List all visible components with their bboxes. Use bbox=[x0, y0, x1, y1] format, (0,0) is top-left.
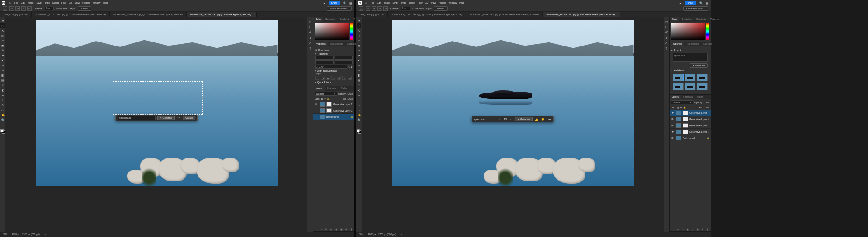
menu-type[interactable]: Type bbox=[45, 1, 50, 4]
blend-mode-dropdown[interactable]: Normal▾ bbox=[315, 92, 337, 96]
align-more-icon[interactable]: ⋯ bbox=[348, 76, 352, 80]
layer-row[interactable]: 👁Generative Layer 2 bbox=[313, 101, 354, 107]
swatches-tab[interactable]: Swatches bbox=[679, 17, 694, 22]
menu-filter[interactable]: Filter bbox=[61, 1, 66, 4]
menu-image[interactable]: Image bbox=[384, 1, 390, 4]
document-tab[interactable]: IMG_1264.jpg @ 33.3% bbox=[356, 12, 388, 17]
align-right-icon[interactable]: ⫏ bbox=[326, 76, 330, 80]
search-icon[interactable]: 🔍 bbox=[343, 1, 346, 5]
history-brush-tool-icon[interactable]: ↺ bbox=[357, 68, 361, 72]
new-selection-icon[interactable]: □ bbox=[9, 6, 14, 11]
layers-tab[interactable]: Layers bbox=[670, 95, 681, 99]
path-tool-icon[interactable]: ↖ bbox=[357, 102, 361, 107]
fill-value[interactable]: 100% bbox=[347, 98, 353, 100]
add-selection-icon[interactable]: ⊞ bbox=[15, 6, 20, 11]
color-picker[interactable] bbox=[315, 23, 353, 40]
visibility-icon[interactable]: 👁 bbox=[315, 109, 318, 112]
lock-all-icon[interactable]: 🔒 bbox=[683, 106, 686, 109]
align-hcenter-icon[interactable]: ⫎ bbox=[321, 76, 325, 80]
paths-tab[interactable]: Paths bbox=[695, 95, 705, 99]
quick-actions-section[interactable]: Quick Actions bbox=[315, 81, 353, 84]
properties-tab[interactable]: Properties bbox=[313, 42, 328, 46]
layer-mask-icon[interactable]: ◐ bbox=[686, 228, 689, 231]
gradient-tool-icon[interactable]: ▤ bbox=[357, 78, 361, 82]
feather-input[interactable]: 0 px bbox=[45, 7, 54, 10]
select-and-mask-button[interactable]: Select and Mask... bbox=[327, 6, 352, 11]
document-tab[interactable]: shutterstock_1722073425.jpg @ 33.3% (Gen… bbox=[32, 12, 109, 17]
shape-tool-icon[interactable]: ▭ bbox=[0, 107, 5, 112]
generative-prompt-input[interactable] bbox=[118, 116, 155, 120]
tool-preset-icon[interactable]: ⬚ bbox=[359, 6, 363, 11]
history-panel-icon[interactable]: ◷ bbox=[664, 19, 669, 23]
link-layers-icon[interactable]: ⚯ bbox=[676, 228, 679, 231]
variation-thumb[interactable] bbox=[697, 83, 708, 90]
select-and-mask-button[interactable]: Select and Mask... bbox=[683, 6, 708, 11]
character-panel-icon[interactable]: A bbox=[308, 41, 312, 45]
paragraph-panel-icon[interactable]: ¶ bbox=[664, 46, 669, 51]
brushes-panel-icon[interactable]: 🖌 bbox=[308, 30, 312, 34]
menu-image[interactable]: Image bbox=[28, 1, 34, 4]
canvas-area[interactable]: speed boat ‹ 1/3 › ✦Generate 👍 👎 ••• bbox=[362, 17, 664, 232]
zoom-level[interactable]: 50% bbox=[3, 233, 7, 236]
actions-panel-icon[interactable]: ▷ bbox=[308, 24, 312, 29]
fill-value[interactable]: 100% bbox=[703, 106, 709, 109]
align-bottom-icon[interactable]: ⫒ bbox=[342, 76, 346, 80]
new-layer-icon[interactable]: ⊞ bbox=[701, 228, 704, 231]
object-select-tool-icon[interactable]: ◫ bbox=[0, 33, 5, 37]
shape-tool-icon[interactable]: ▭ bbox=[357, 107, 361, 112]
actions-panel-icon[interactable]: ▷ bbox=[664, 24, 669, 29]
hand-tool-icon[interactable]: ✋ bbox=[357, 112, 361, 117]
object-select-tool-icon[interactable]: ◫ bbox=[357, 33, 361, 37]
character-panel-icon[interactable]: A bbox=[664, 41, 669, 45]
intersect-selection-icon[interactable]: ⊡ bbox=[383, 6, 388, 11]
channels-tab[interactable]: Channels bbox=[681, 95, 695, 99]
layer-row[interactable]: 👁Generative Layer 4 bbox=[670, 110, 711, 116]
paths-tab[interactable]: Paths bbox=[339, 86, 349, 91]
thumbs-up-icon[interactable]: 👍 bbox=[534, 117, 539, 121]
prompt-section[interactable]: Prompt bbox=[671, 49, 709, 51]
type-tool-icon[interactable]: T bbox=[0, 98, 5, 102]
hand-tool-icon[interactable]: ✋ bbox=[0, 112, 5, 117]
document-tab[interactable]: shutterstock_619271462.jpg @ 12.5% (Gene… bbox=[110, 12, 187, 17]
visibility-icon[interactable]: 👁 bbox=[315, 116, 318, 118]
generate-button[interactable]: ✦Generate bbox=[157, 116, 175, 120]
brush-tool-icon[interactable]: 🖌 bbox=[357, 58, 361, 62]
workspace-icon[interactable]: ▦ bbox=[349, 1, 353, 5]
menu-layer[interactable]: Layer bbox=[393, 1, 399, 4]
menu-help[interactable]: Help bbox=[459, 1, 464, 4]
new-selection-icon[interactable]: □ bbox=[366, 6, 370, 11]
variation-thumb[interactable] bbox=[685, 74, 696, 81]
crop-tool-icon[interactable]: ✂ bbox=[357, 38, 361, 42]
lasso-tool-icon[interactable]: ⟲ bbox=[0, 28, 5, 33]
feather-input[interactable]: 0 px bbox=[401, 7, 410, 10]
x-input[interactable] bbox=[335, 56, 353, 60]
color-tab[interactable]: Color bbox=[670, 17, 679, 22]
layers-tab[interactable]: Layers bbox=[313, 86, 325, 91]
dodge-tool-icon[interactable]: ◐ bbox=[0, 88, 5, 92]
flip-h-icon[interactable]: ⇋ bbox=[348, 65, 350, 68]
home-icon[interactable]: ⌂ bbox=[8, 1, 12, 5]
delete-layer-icon[interactable]: 🗑 bbox=[706, 228, 709, 231]
lock-pixels-icon[interactable]: ▦ bbox=[677, 106, 679, 109]
layer-fx-icon[interactable]: fx bbox=[325, 228, 328, 231]
subtract-selection-icon[interactable]: ⊟ bbox=[377, 6, 382, 11]
color-swatch[interactable] bbox=[357, 129, 361, 134]
antialias-checkbox[interactable]: ☐ Anti-alias bbox=[56, 7, 68, 10]
zoom-tool-icon[interactable]: 🔍 bbox=[0, 117, 5, 122]
thumbs-down-icon[interactable]: 👎 bbox=[541, 117, 545, 121]
color-swatch[interactable] bbox=[0, 129, 5, 134]
marquee-tool-icon[interactable]: ⬚ bbox=[0, 23, 5, 28]
generate-button[interactable]: ✦Generate bbox=[690, 63, 708, 68]
zoom-level[interactable]: 50% bbox=[359, 233, 363, 236]
blur-tool-icon[interactable]: ○ bbox=[357, 83, 361, 87]
layer-row[interactable]: 👁Generative Layer 1 bbox=[670, 129, 711, 135]
type-tool-icon[interactable]: T bbox=[357, 98, 361, 102]
lasso-tool-icon[interactable]: ⟲ bbox=[357, 28, 361, 33]
style-dropdown[interactable]: Normal bbox=[78, 6, 91, 11]
share-button[interactable]: Share bbox=[685, 1, 696, 5]
layer-row[interactable]: 👁Background🔒 bbox=[670, 135, 711, 141]
menu-select[interactable]: Select bbox=[52, 1, 59, 4]
visibility-icon[interactable]: 👁 bbox=[671, 124, 675, 127]
history-brush-tool-icon[interactable]: ↺ bbox=[0, 68, 5, 72]
variation-thumb[interactable] bbox=[673, 83, 684, 90]
